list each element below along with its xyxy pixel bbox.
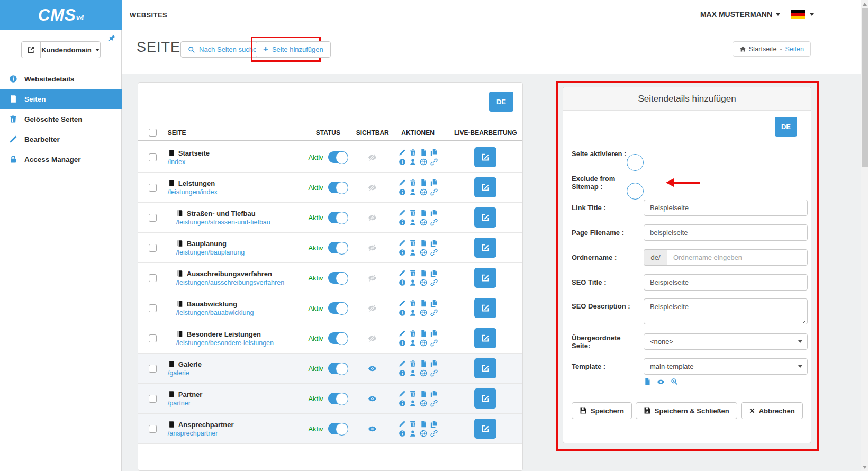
- info-circle-icon[interactable]: [399, 309, 406, 316]
- copy-icon[interactable]: [430, 269, 438, 277]
- edit-icon[interactable]: [399, 179, 406, 186]
- file-icon[interactable]: [420, 300, 427, 307]
- file-icon[interactable]: [420, 390, 427, 397]
- link-icon[interactable]: [430, 219, 438, 226]
- link-title-input[interactable]: [644, 200, 808, 216]
- file-icon[interactable]: [420, 209, 427, 216]
- breadcrumb-home[interactable]: Startseite: [739, 46, 777, 53]
- row-checkbox[interactable]: [149, 365, 157, 373]
- row-checkbox[interactable]: [149, 214, 157, 222]
- row-checkbox[interactable]: [149, 395, 157, 403]
- copy-icon[interactable]: [430, 360, 438, 368]
- file-icon[interactable]: [420, 269, 427, 277]
- link-icon[interactable]: [430, 279, 438, 286]
- scrollbar-up-button[interactable]: [861, 0, 868, 8]
- sidebar-item-websitedetails[interactable]: Websitedetails: [0, 69, 122, 89]
- language-menu[interactable]: [791, 10, 814, 19]
- live-edit-button[interactable]: [474, 298, 496, 318]
- copy-icon[interactable]: [430, 209, 438, 217]
- foldername-input[interactable]: [667, 249, 808, 266]
- edit-icon[interactable]: [399, 330, 406, 337]
- file-icon[interactable]: [420, 330, 427, 337]
- sidebar-item-seiten[interactable]: Seiten: [0, 89, 122, 109]
- pin-sidebar-icon[interactable]: [108, 33, 116, 42]
- status-toggle[interactable]: [328, 182, 348, 193]
- globe-icon[interactable]: [420, 279, 427, 286]
- link-icon[interactable]: [430, 400, 438, 407]
- user-icon[interactable]: [409, 430, 417, 437]
- template-select[interactable]: main-template: [644, 358, 808, 375]
- seo-title-input[interactable]: [644, 274, 808, 291]
- row-checkbox[interactable]: [149, 153, 157, 161]
- link-icon[interactable]: [430, 249, 438, 256]
- globe-icon[interactable]: [420, 158, 427, 166]
- edit-icon[interactable]: [399, 360, 406, 367]
- sidebar-item-geloeschte-seiten[interactable]: Gelöschte Seiten: [0, 109, 122, 129]
- page-path-link[interactable]: /partner: [168, 400, 299, 407]
- user-icon[interactable]: [409, 219, 417, 226]
- status-toggle[interactable]: [328, 242, 348, 253]
- status-toggle[interactable]: [328, 212, 348, 223]
- live-edit-button[interactable]: [474, 419, 496, 439]
- cancel-button[interactable]: Abbrechen: [741, 402, 803, 419]
- info-circle-icon[interactable]: [399, 279, 406, 286]
- globe-icon[interactable]: [420, 369, 427, 377]
- edit-icon[interactable]: [399, 209, 406, 216]
- delete-icon[interactable]: [409, 300, 417, 307]
- row-checkbox[interactable]: [149, 244, 157, 252]
- page-path-link[interactable]: /leistungen/strassen-und-tiefbau: [176, 219, 299, 226]
- user-icon[interactable]: [409, 188, 417, 196]
- user-icon[interactable]: [409, 339, 417, 347]
- row-checkbox[interactable]: [149, 184, 157, 192]
- live-edit-button[interactable]: [474, 388, 496, 409]
- save-and-close-button[interactable]: Speichern & Schließen: [636, 402, 737, 419]
- panel-language-tab-de[interactable]: DE: [775, 117, 797, 137]
- live-edit-button[interactable]: [474, 147, 496, 167]
- row-checkbox[interactable]: [149, 334, 157, 342]
- globe-icon[interactable]: [420, 188, 427, 196]
- live-edit-button[interactable]: [474, 207, 496, 228]
- user-icon[interactable]: [409, 400, 417, 407]
- globe-icon[interactable]: [420, 430, 427, 437]
- domain-selector-button[interactable]: Kundendomain: [21, 41, 101, 58]
- delete-icon[interactable]: [409, 239, 417, 247]
- status-toggle[interactable]: [328, 393, 348, 404]
- status-toggle[interactable]: [328, 272, 348, 284]
- copy-icon[interactable]: [430, 239, 438, 247]
- status-toggle[interactable]: [328, 363, 348, 374]
- delete-icon[interactable]: [409, 269, 417, 277]
- table-language-tab-de[interactable]: DE: [489, 92, 513, 112]
- scrollbar-down-button[interactable]: [861, 463, 868, 471]
- edit-icon[interactable]: [399, 420, 406, 428]
- edit-icon[interactable]: [399, 269, 406, 277]
- save-button[interactable]: Speichern: [572, 402, 632, 419]
- status-toggle[interactable]: [328, 332, 348, 344]
- link-icon[interactable]: [430, 309, 438, 316]
- page-path-link[interactable]: /leistungen/besondere-leistungen: [176, 339, 299, 347]
- user-icon[interactable]: [409, 279, 417, 286]
- info-circle-icon[interactable]: [399, 158, 406, 166]
- page-path-link[interactable]: /leistungen/bauabwicklung: [176, 309, 299, 316]
- link-icon[interactable]: [430, 339, 438, 347]
- parent-page-select[interactable]: <none>: [644, 333, 808, 350]
- live-edit-button[interactable]: [474, 328, 496, 348]
- live-edit-button[interactable]: [474, 177, 496, 197]
- file-icon[interactable]: [420, 360, 427, 367]
- delete-icon[interactable]: [409, 149, 417, 156]
- template-file-icon[interactable]: [644, 378, 651, 385]
- copy-icon[interactable]: [430, 420, 438, 428]
- info-circle-icon[interactable]: [399, 430, 406, 437]
- edit-icon[interactable]: [399, 300, 406, 307]
- info-circle-icon[interactable]: [399, 219, 406, 226]
- template-preview-eye-icon[interactable]: [657, 378, 665, 386]
- user-icon[interactable]: [409, 369, 417, 377]
- page-path-link[interactable]: /ansprechpartner: [168, 430, 299, 437]
- delete-icon[interactable]: [409, 420, 417, 428]
- select-all-checkbox[interactable]: [149, 129, 157, 137]
- user-icon[interactable]: [409, 249, 417, 256]
- page-filename-input[interactable]: [644, 224, 808, 241]
- page-path-link[interactable]: /index: [168, 158, 299, 166]
- copy-icon[interactable]: [430, 149, 438, 157]
- copy-icon[interactable]: [430, 179, 438, 187]
- live-edit-button[interactable]: [474, 358, 496, 378]
